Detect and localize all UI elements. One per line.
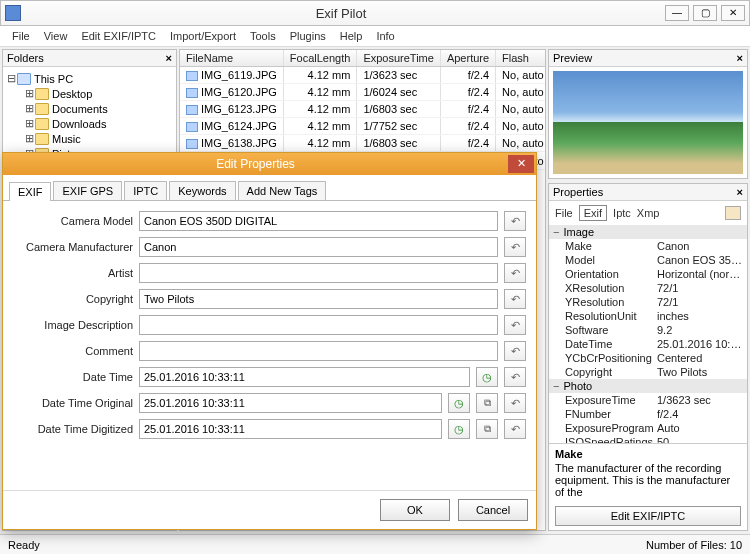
input-camera-model[interactable] bbox=[139, 211, 498, 231]
col-aperture[interactable]: Aperture bbox=[440, 50, 495, 67]
cancel-button[interactable]: Cancel bbox=[458, 499, 528, 521]
dialog-close-button[interactable]: ✕ bbox=[508, 155, 534, 173]
input-date-time[interactable] bbox=[139, 367, 470, 387]
menu-file[interactable]: File bbox=[6, 28, 36, 44]
property-row[interactable]: YCbCrPositioningCentered bbox=[549, 351, 747, 365]
label-copyright: Copyright bbox=[13, 293, 133, 305]
tab-xmp[interactable]: Xmp bbox=[637, 207, 660, 219]
chevron-right-icon[interactable]: ⊞ bbox=[23, 117, 35, 130]
property-row[interactable]: ResolutionUnitinches bbox=[549, 309, 747, 323]
table-row[interactable]: IMG_6138.JPG4.12 mm1/6803 secf/2.4No, au… bbox=[180, 135, 546, 152]
table-row[interactable]: IMG_6124.JPG4.12 mm1/7752 secf/2.4No, au… bbox=[180, 118, 546, 135]
chevron-right-icon[interactable]: ⊞ bbox=[23, 87, 35, 100]
undo-button[interactable] bbox=[504, 289, 526, 309]
ok-button[interactable]: OK bbox=[380, 499, 450, 521]
edit-exif-iptc-button[interactable]: Edit EXIF/IPTC bbox=[555, 506, 741, 526]
tab-iptc[interactable]: IPTC bbox=[124, 181, 167, 200]
copy-button[interactable] bbox=[476, 419, 498, 439]
table-row[interactable]: IMG_6120.JPG4.12 mm1/6024 secf/2.4No, au… bbox=[180, 84, 546, 101]
menu-tools[interactable]: Tools bbox=[244, 28, 282, 44]
chevron-right-icon[interactable]: ⊞ bbox=[23, 132, 35, 145]
property-row[interactable]: YResolution72/1 bbox=[549, 295, 747, 309]
menu-info[interactable]: Info bbox=[370, 28, 400, 44]
clock-icon[interactable] bbox=[448, 419, 470, 439]
property-row[interactable]: DateTime25.01.2016 10:3... bbox=[549, 337, 747, 351]
tab-file[interactable]: File bbox=[555, 207, 573, 219]
property-row[interactable]: ISOSpeedRatings50 bbox=[549, 435, 747, 443]
tab-exif[interactable]: Exif bbox=[579, 205, 607, 221]
undo-button[interactable] bbox=[504, 211, 526, 231]
property-row[interactable]: OrientationHorizontal (normal) bbox=[549, 267, 747, 281]
properties-list[interactable]: ImageMakeCanonModelCanon EOS 350...Orien… bbox=[549, 225, 747, 443]
undo-button[interactable] bbox=[504, 237, 526, 257]
tree-documents[interactable]: ⊞Documents bbox=[5, 101, 174, 116]
properties-close-button[interactable]: × bbox=[737, 186, 743, 198]
maximize-button[interactable]: ▢ bbox=[693, 5, 717, 21]
property-key: Copyright bbox=[565, 366, 657, 378]
tab-exif-gps[interactable]: EXIF GPS bbox=[53, 181, 122, 200]
col-focallength[interactable]: FocalLength bbox=[283, 50, 357, 67]
property-row[interactable]: ExposureTime1/3623 sec bbox=[549, 393, 747, 407]
menu-plugins[interactable]: Plugins bbox=[284, 28, 332, 44]
input-image-description[interactable] bbox=[139, 315, 498, 335]
tab-keywords[interactable]: Keywords bbox=[169, 181, 235, 200]
undo-button[interactable] bbox=[504, 367, 526, 387]
undo-button[interactable] bbox=[504, 263, 526, 283]
chevron-down-icon[interactable]: ⊟ bbox=[5, 72, 17, 85]
menu-import-export[interactable]: Import/Export bbox=[164, 28, 242, 44]
property-row[interactable]: MakeCanon bbox=[549, 239, 747, 253]
menu-edit-exif-iptc[interactable]: Edit EXIF/IPTC bbox=[75, 28, 162, 44]
property-group[interactable]: Image bbox=[549, 225, 747, 239]
dialog-body: Camera Model Camera Manufacturer Artist … bbox=[3, 200, 536, 490]
undo-button[interactable] bbox=[504, 341, 526, 361]
property-row[interactable]: XResolution72/1 bbox=[549, 281, 747, 295]
property-row[interactable]: ModelCanon EOS 350... bbox=[549, 253, 747, 267]
tree-this-pc[interactable]: ⊟This PC bbox=[5, 71, 174, 86]
property-value: Horizontal (normal) bbox=[657, 268, 743, 280]
property-key: YResolution bbox=[565, 296, 657, 308]
undo-button[interactable] bbox=[504, 393, 526, 413]
property-row[interactable]: Software9.2 bbox=[549, 323, 747, 337]
property-row[interactable]: FNumberf/2.4 bbox=[549, 407, 747, 421]
menu-help[interactable]: Help bbox=[334, 28, 369, 44]
col-flash[interactable]: Flash bbox=[496, 50, 546, 67]
image-file-icon bbox=[186, 71, 198, 81]
table-row[interactable]: IMG_6119.JPG4.12 mm1/3623 secf/2.4No, au… bbox=[180, 67, 546, 84]
close-button[interactable]: ✕ bbox=[721, 5, 745, 21]
property-key: DateTime bbox=[565, 338, 657, 350]
input-comment[interactable] bbox=[139, 341, 498, 361]
property-row[interactable]: CopyrightTwo Pilots bbox=[549, 365, 747, 379]
copy-button[interactable] bbox=[476, 393, 498, 413]
tab-add-new-tags[interactable]: Add New Tags bbox=[238, 181, 327, 200]
dialog-title-bar[interactable]: Edit Properties ✕ bbox=[3, 153, 536, 175]
input-artist[interactable] bbox=[139, 263, 498, 283]
col-exposuretime[interactable]: ExposureTime bbox=[357, 50, 441, 67]
input-camera-manufacturer[interactable] bbox=[139, 237, 498, 257]
input-date-time-digitized[interactable] bbox=[139, 419, 442, 439]
property-row[interactable]: ExposureProgramAuto bbox=[549, 421, 747, 435]
undo-button[interactable] bbox=[504, 315, 526, 335]
property-key: Make bbox=[565, 240, 657, 252]
col-filename[interactable]: FileName bbox=[180, 50, 283, 67]
input-copyright[interactable] bbox=[139, 289, 498, 309]
tab-iptc[interactable]: Iptc bbox=[613, 207, 631, 219]
input-date-time-original[interactable] bbox=[139, 393, 442, 413]
tree-downloads[interactable]: ⊞Downloads bbox=[5, 116, 174, 131]
chevron-right-icon[interactable]: ⊞ bbox=[23, 102, 35, 115]
image-file-icon bbox=[186, 105, 198, 115]
tree-music[interactable]: ⊞Music bbox=[5, 131, 174, 146]
dialog-title: Edit Properties bbox=[3, 157, 508, 171]
clock-icon[interactable] bbox=[448, 393, 470, 413]
folders-close-button[interactable]: × bbox=[166, 52, 172, 64]
tab-exif[interactable]: EXIF bbox=[9, 182, 51, 201]
undo-button[interactable] bbox=[504, 419, 526, 439]
minimize-button[interactable]: — bbox=[665, 5, 689, 21]
property-group[interactable]: Photo bbox=[549, 379, 747, 393]
table-row[interactable]: IMG_6123.JPG4.12 mm1/6803 secf/2.4No, au… bbox=[180, 101, 546, 118]
properties-config-button[interactable] bbox=[725, 206, 741, 220]
menu-view[interactable]: View bbox=[38, 28, 74, 44]
tree-desktop[interactable]: ⊞Desktop bbox=[5, 86, 174, 101]
clock-icon[interactable] bbox=[476, 367, 498, 387]
preview-close-button[interactable]: × bbox=[737, 52, 743, 64]
folder-tree[interactable]: ⊟This PC ⊞Desktop ⊞Documents ⊞Downloads … bbox=[3, 67, 176, 165]
